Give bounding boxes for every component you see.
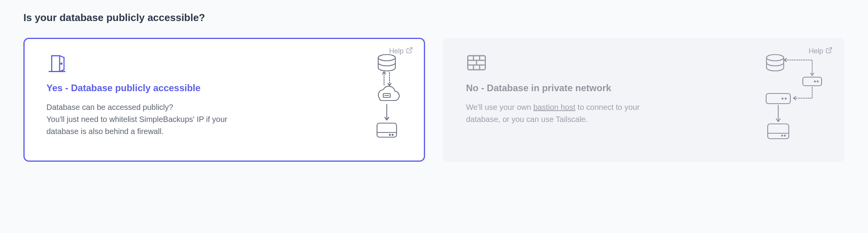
help-link[interactable]: Help bbox=[389, 47, 413, 56]
svg-point-8 bbox=[390, 134, 391, 136]
options-container: Yes - Database publicly accessible Datab… bbox=[23, 38, 845, 162]
svg-point-24 bbox=[782, 98, 783, 99]
help-label: Help bbox=[389, 47, 404, 55]
desc-line-1: Database can be accessed publicly? bbox=[46, 103, 173, 111]
svg-line-9 bbox=[409, 48, 412, 51]
svg-point-18 bbox=[767, 55, 784, 61]
open-door-icon bbox=[46, 52, 68, 73]
svg-point-20 bbox=[817, 81, 818, 82]
svg-point-7 bbox=[392, 134, 393, 136]
help-link[interactable]: Help bbox=[809, 47, 832, 56]
svg-rect-5 bbox=[377, 123, 397, 137]
svg-point-28 bbox=[784, 135, 786, 136]
bastion-host-link[interactable]: bastion host bbox=[533, 103, 575, 111]
card-description: Database can be accessed publicly? You'l… bbox=[46, 101, 249, 138]
card-content: Yes - Database publicly accessible Datab… bbox=[46, 52, 249, 147]
option-card-public-yes[interactable]: Yes - Database publicly accessible Datab… bbox=[23, 38, 425, 162]
card-content: No - Database in private network We'll u… bbox=[466, 52, 669, 147]
card-title: No - Database in private network bbox=[466, 83, 669, 94]
svg-point-23 bbox=[785, 98, 786, 99]
page-heading: Is your database publicly accessible? bbox=[23, 12, 845, 24]
option-card-private-no[interactable]: No - Database in private network We'll u… bbox=[443, 38, 845, 162]
svg-rect-22 bbox=[766, 94, 790, 104]
card-title: Yes - Database publicly accessible bbox=[46, 83, 249, 94]
svg-rect-19 bbox=[803, 77, 822, 86]
help-label: Help bbox=[809, 47, 823, 55]
external-link-icon bbox=[825, 47, 832, 56]
svg-rect-26 bbox=[768, 124, 789, 139]
desc-line-2: You'll just need to whitelist SimpleBack… bbox=[46, 115, 227, 136]
diagram-private bbox=[754, 52, 828, 147]
svg-point-29 bbox=[782, 135, 783, 136]
firewall-icon bbox=[466, 52, 487, 73]
diagram-public bbox=[365, 52, 408, 147]
desc-pre: We'll use your own bbox=[466, 103, 533, 111]
svg-point-0 bbox=[61, 63, 62, 64]
svg-point-21 bbox=[815, 81, 816, 82]
external-link-icon bbox=[406, 47, 413, 56]
card-description: We'll use your own bastion host to conne… bbox=[466, 101, 669, 125]
svg-line-30 bbox=[829, 48, 832, 51]
